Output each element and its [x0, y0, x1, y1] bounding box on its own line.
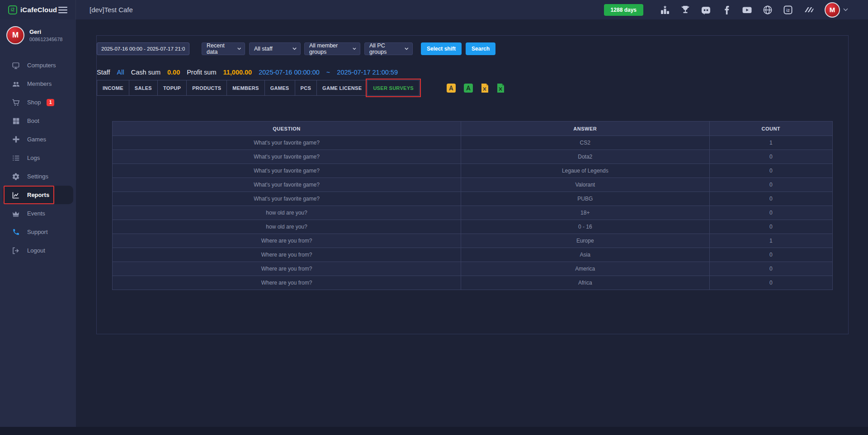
sidebar: M Geri 008612345678 Computers Members Sh…	[0, 19, 76, 427]
cell-question: how old are you?	[113, 206, 461, 220]
search-button[interactable]: Search	[466, 42, 495, 55]
table-row: What's your favorite game? PUBG 0	[113, 192, 833, 206]
cell-answer: Valorant	[461, 178, 710, 192]
svg-text:i2: i2	[786, 8, 790, 13]
export-excel-green-button[interactable]	[497, 84, 505, 93]
table-row: Where are you from? Europe 1	[113, 234, 833, 248]
select-value: All member groups	[309, 42, 350, 55]
menu-toggle-button[interactable]	[57, 5, 68, 14]
members-icon	[12, 80, 20, 88]
cell-question: Where are you from?	[113, 248, 461, 262]
leaderboard-icon[interactable]	[660, 5, 670, 15]
profit-sum-value: 11,000.00	[223, 69, 252, 76]
table-row: how old are you? 0 - 16 0	[113, 220, 833, 234]
tab-pcs[interactable]: PCS	[295, 80, 317, 96]
sidebar-item-members[interactable]: Members	[0, 75, 76, 93]
cell-count: 0	[709, 248, 832, 262]
cell-count: 1	[709, 234, 832, 248]
pc-groups-select[interactable]: All PC groups	[364, 42, 413, 55]
sidebar-item-games[interactable]: Games	[0, 130, 76, 149]
sidebar-item-label: Events	[27, 210, 45, 217]
table-row: What's your favorite game? CS2 1	[113, 136, 833, 150]
page-title: [dev]Test Cafe	[90, 6, 133, 14]
sidebar-nav: Computers Members Shop 1 Boot Game	[0, 56, 76, 260]
member-groups-select[interactable]: All member groups	[304, 42, 360, 55]
tab-topup[interactable]: TOPUP	[157, 80, 187, 96]
app-logo[interactable]: i2 iCafeCloud	[8, 5, 57, 14]
date-range-input[interactable]	[97, 42, 189, 55]
excel-green-icon	[497, 84, 505, 93]
app-logo-text: iCafeCloud	[20, 6, 57, 14]
table-row: What's your favorite game? Dota2 0	[113, 150, 833, 164]
topbar-left: i2 iCafeCloud	[0, 0, 76, 19]
tab-members[interactable]: MEMBERS	[226, 80, 264, 96]
cell-count: 0	[709, 178, 832, 192]
cell-count: 0	[709, 220, 832, 234]
tab-products[interactable]: PRODUCTS	[186, 80, 227, 96]
cell-count: 0	[709, 150, 832, 164]
chevron-down-icon	[237, 47, 241, 50]
youtube-icon[interactable]	[742, 5, 752, 15]
cash-sum-label: Cash sum	[131, 69, 160, 76]
sidebar-item-label: Boot	[27, 117, 39, 124]
license-days-badge[interactable]: 1288 days	[604, 4, 643, 16]
cell-question: how old are you?	[113, 220, 461, 234]
column-count: COUNT	[709, 122, 832, 136]
tab-games[interactable]: GAMES	[264, 80, 295, 96]
user-phone: 008612345678	[29, 37, 62, 42]
user-name: Geri	[29, 28, 62, 35]
cell-question: Where are you from?	[113, 276, 461, 290]
topbar: i2 iCafeCloud [dev]Test Cafe 1288 days i…	[0, 0, 868, 19]
reports-chart-icon	[12, 191, 20, 199]
cell-answer: America	[461, 262, 710, 276]
avatar: M	[825, 2, 840, 18]
sidebar-item-logs[interactable]: Logs	[0, 149, 76, 167]
pdf-yellow-icon	[447, 84, 456, 93]
sidebar-item-label: Reports	[27, 192, 49, 198]
sidebar-item-label: Settings	[27, 173, 48, 180]
tab-user-surveys[interactable]: USER SURVEYS	[367, 80, 420, 96]
recent-data-select[interactable]: Recent data	[202, 42, 245, 55]
column-answer: ANSWER	[461, 122, 710, 136]
brand-icon[interactable]	[803, 5, 814, 15]
select-shift-button[interactable]: Select shift	[421, 42, 462, 55]
facebook-icon[interactable]	[722, 5, 731, 15]
cell-answer: Dota2	[461, 150, 710, 164]
sidebar-item-shop[interactable]: Shop 1	[0, 93, 76, 112]
cell-answer: PUBG	[461, 192, 710, 206]
cell-answer: 0 - 16	[461, 220, 710, 234]
export-excel-yellow-button[interactable]	[481, 84, 489, 93]
trophy-icon[interactable]	[680, 5, 690, 15]
sidebar-item-support[interactable]: Support	[0, 223, 76, 241]
icafecloud-icon[interactable]: i2	[783, 5, 793, 15]
tab-income[interactable]: INCOME	[97, 80, 129, 96]
sidebar-item-settings[interactable]: Settings	[0, 167, 76, 186]
sidebar-item-boot[interactable]: Boot	[0, 112, 76, 130]
sidebar-item-events[interactable]: Events	[0, 204, 76, 223]
sidebar-item-logout[interactable]: Logout	[0, 241, 76, 260]
tab-game-license[interactable]: GAME LICENSE	[316, 80, 368, 96]
column-question: QUESTION	[113, 122, 461, 136]
support-phone-icon	[12, 228, 20, 236]
surveys-table: QUESTION ANSWER COUNT What's your favori…	[112, 121, 833, 290]
user-info: Geri 008612345678	[29, 28, 62, 42]
discord-icon[interactable]	[701, 5, 711, 15]
staff-value[interactable]: All	[117, 69, 124, 76]
staff-select[interactable]: All staff	[249, 42, 301, 55]
app-logo-icon: i2	[8, 5, 17, 14]
date-separator: ~	[326, 69, 330, 76]
cell-question: What's your favorite game?	[113, 178, 461, 192]
globe-icon[interactable]	[763, 5, 773, 15]
tab-sales[interactable]: SALES	[129, 80, 158, 96]
export-pdf-green-button[interactable]	[464, 84, 473, 93]
pdf-green-icon	[464, 84, 473, 93]
sidebar-item-reports[interactable]: Reports	[3, 186, 73, 204]
sidebar-item-label: Logs	[27, 154, 40, 161]
logout-icon	[12, 247, 20, 255]
user-menu[interactable]: M	[825, 2, 848, 18]
export-pdf-yellow-button[interactable]	[447, 84, 456, 93]
sidebar-item-computers[interactable]: Computers	[0, 56, 76, 75]
sidebar-user[interactable]: M Geri 008612345678	[0, 19, 76, 50]
chevron-down-icon	[353, 47, 356, 50]
select-value: Recent data	[207, 42, 235, 55]
